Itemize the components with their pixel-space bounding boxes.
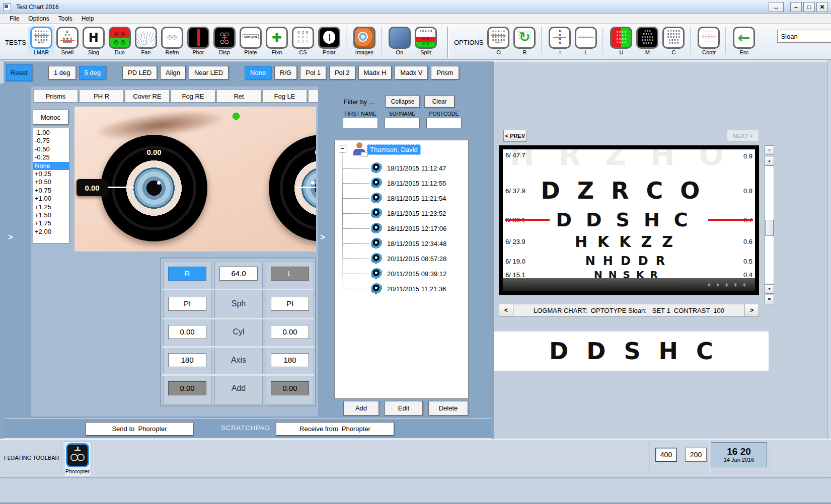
session-item[interactable]: 18/11/2015 11:12:55 [371,176,466,191]
test-chart-button[interactable]: Snell [54,26,81,55]
chart-control-button[interactable]: None [245,66,271,79]
add-right-field[interactable]: 0.00 [168,381,206,395]
test-chart-button[interactable]: Disp [211,26,238,55]
axis-left-field[interactable]: 180 [271,353,309,367]
minimize-button[interactable]: – [790,2,802,12]
lens-option[interactable]: +1.25 [33,203,69,211]
close-button[interactable]: ✕ [816,2,828,12]
chart-control-button[interactable]: PD LED [122,66,157,79]
chart-control-button[interactable]: Near LED [189,66,229,79]
cyl-left-field[interactable]: 0.00 [271,325,309,339]
test-chart-button[interactable]: Fixn [264,26,290,55]
status-next-button[interactable]: > [744,304,759,316]
lens-option[interactable]: +1.50 [33,211,69,219]
prev-chart-button[interactable]: < PREV [503,130,527,142]
field-input[interactable] [385,118,420,128]
patient-name[interactable]: Thomson, David [367,144,421,155]
menu-item[interactable]: Tools [54,15,77,22]
status-prev-button[interactable]: < [499,304,513,316]
chart-control-button[interactable]: Reset [6,64,32,81]
chart-control-button[interactable]: 1 deg [48,66,76,79]
cyl-right-field[interactable]: 0.00 [168,325,206,339]
session-item[interactable]: 18/11/2015 11:23:52 [371,206,466,221]
scrollbar-thumb[interactable] [765,220,774,236]
delete-button[interactable]: Delete [428,401,468,415]
lens-option[interactable]: None [33,162,69,170]
lens-option[interactable]: +1.00 [33,195,69,203]
near-acuity-400-button[interactable]: 400 [655,448,677,462]
edit-button[interactable]: Edit [385,401,423,415]
lens-option[interactable]: +0.75 [33,187,69,195]
mid-panel-expander[interactable]: > [320,232,325,242]
test-chart-button[interactable]: Plate [238,26,264,55]
axis-right-field[interactable]: 180 [168,353,206,367]
session-item[interactable]: 20/11/2015 08:57:28 [371,251,466,266]
field-input[interactable] [426,118,462,128]
chart-control-button[interactable]: Madx V [395,66,428,79]
sph-right-field[interactable]: PI [168,297,206,311]
scrollbar-equal-top-button[interactable]: = [765,145,774,155]
optotype-input[interactable] [777,30,831,43]
maximize-button[interactable]: □ [803,2,815,12]
function-button[interactable]: C [308,90,318,103]
option-chart-button[interactable]: U [608,26,634,55]
chart-row-selected[interactable]: 6/ 30.1 DDSHC 0.7 [503,206,755,234]
function-button[interactable]: Cover RE [125,90,170,103]
scroll-down-button[interactable]: ▼ [765,284,774,294]
test-chart-button[interactable]: On [387,26,413,55]
option-chart-button[interactable]: O [485,26,511,55]
test-chart-button[interactable]: Duo [107,26,133,55]
test-chart-button[interactable]: Split [413,26,439,55]
chart-control-button[interactable]: 5 deg [79,66,107,79]
chart-control-button[interactable]: Pol 2 [329,66,355,79]
send-to-phoropter-button[interactable]: Send to Phoropter [86,422,193,436]
option-chart-button[interactable]: Contr [696,26,722,55]
function-button[interactable]: Prisms [33,90,78,103]
lens-option[interactable]: +1.75 [33,219,69,227]
chart-control-button[interactable]: R/G [274,66,297,79]
session-item[interactable]: 18/11/2015 11:12:47 [371,160,466,176]
session-item[interactable]: 20/11/2015 09:39:12 [371,266,466,281]
test-chart-button[interactable]: LMAR [28,26,54,55]
session-item[interactable]: 20/11/2015 11:21:36 [371,281,466,296]
clock-display[interactable]: 16 20 14 Jan 2016 [711,442,767,467]
test-chart-button[interactable]: CS [290,26,316,55]
option-chart-button[interactable]: Esc [731,26,757,55]
test-chart-button[interactable]: Images [351,26,377,55]
chart-control-button[interactable]: Pol 1 [300,66,326,79]
left-eye-header[interactable]: L [271,267,309,281]
lens-option[interactable]: -0.50 [33,145,69,153]
option-chart-button[interactable]: C [660,26,687,55]
right-eye-header[interactable]: R [168,267,206,281]
next-chart-button[interactable]: NEXT > [727,130,759,142]
lens-option[interactable]: +2.00 [33,228,69,236]
function-button[interactable]: PH R [79,90,124,103]
chart-control-button[interactable]: Madx H [358,66,392,79]
clear-button[interactable]: Clear [424,96,455,108]
session-item[interactable]: 18/11/2015 12:34:48 [371,236,466,251]
test-chart-button[interactable]: Refrn [159,26,185,55]
test-chart-button[interactable]: Fan [133,26,159,55]
monoc-button[interactable]: Monoc [33,110,68,125]
menu-item[interactable]: File [5,15,24,22]
scrollbar-equal-bottom-button[interactable]: = [765,295,774,304]
right-lens-side-value[interactable]: 0.00 [77,179,108,196]
test-chart-button[interactable]: Sing [81,26,107,55]
add-left-field[interactable]: 0.00 [271,381,309,395]
chart-control-button[interactable]: Align [160,66,186,79]
session-item[interactable]: 18/11/2015 12:17:06 [371,221,466,236]
session-item[interactable]: 18/11/2015 11:21:54 [371,191,466,206]
function-button[interactable]: Fog RE [171,90,215,103]
add-button[interactable]: Add [343,401,379,415]
function-button[interactable]: Ret [216,90,261,103]
option-chart-button[interactable]: I [547,26,573,55]
chart-control-button[interactable]: Prism [431,66,459,79]
option-chart-button[interactable]: M [634,26,660,55]
option-chart-button[interactable]: L [573,26,599,55]
left-panel-expander[interactable]: > [8,232,13,242]
scrollbar-track[interactable] [765,165,774,284]
lens-option[interactable]: -0.75 [33,137,69,145]
menu-item[interactable]: Help [77,15,99,22]
phoropter-button[interactable] [66,443,89,467]
tree-collapse-toggle[interactable]: − [339,145,346,152]
